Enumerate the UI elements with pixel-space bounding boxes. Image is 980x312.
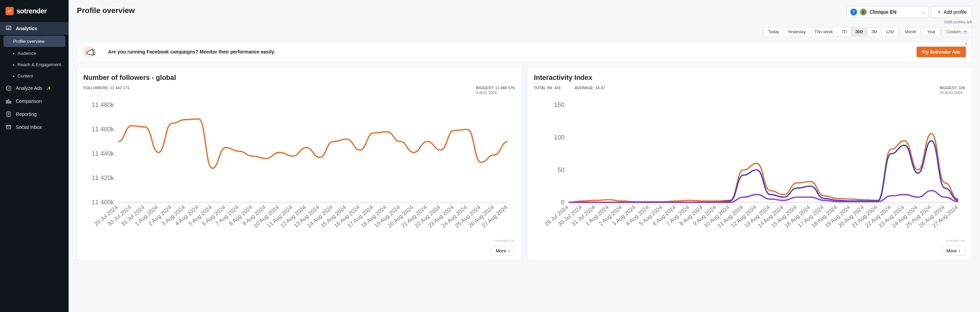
ini-total-stat: TOTAL INI: 431	[534, 86, 561, 95]
ini-biggest-stat: BIGGEST: 106 25 AUG 2024	[940, 86, 965, 95]
facebook-icon: f	[850, 9, 857, 16]
interactivity-card: Interactivity Index TOTAL INI: 431 AVERA…	[527, 67, 972, 260]
sidebar-label-social-inbox: Social Inbox	[16, 124, 42, 130]
svg-text:150: 150	[554, 101, 565, 108]
range-year[interactable]: Year	[923, 28, 940, 36]
sidebar-label-reporting: Reporting	[16, 111, 37, 117]
profile-select[interactable]: f || Clinique EN ⌄	[846, 6, 929, 18]
svg-rect-6	[964, 31, 967, 33]
sidebar-item-content[interactable]: ▸ Content	[0, 70, 68, 82]
range-today[interactable]: Today	[764, 28, 783, 36]
range-30d[interactable]: 30D	[851, 28, 867, 36]
range-custom[interactable]: Custom	[942, 28, 971, 36]
calendar-icon	[963, 30, 967, 34]
sidebar-label-profile-overview: Profile overview	[13, 39, 45, 44]
watermark: sotrender.com	[534, 239, 965, 242]
followers-card: Number of followers - global FOLLOWERS: …	[77, 67, 521, 260]
svg-text:11 440k: 11 440k	[92, 150, 114, 157]
sidebar-item-reporting[interactable]: Reporting	[0, 108, 68, 121]
add-profile-label: Add profile	[943, 9, 967, 15]
date-range-row: Today Yesterday This week 7D 30D 3M 12M …	[764, 27, 972, 36]
followers-biggest-stat: BIGGEST: 11 468 576 4 AUG 2024	[476, 86, 515, 95]
ini-total-label: TOTAL INI: 431	[534, 86, 561, 90]
caret-right-icon: ▸	[13, 63, 15, 67]
range-month[interactable]: Month	[901, 28, 920, 36]
sidebar-label-analytics: Analytics	[16, 26, 37, 31]
ini-biggest-date: 25 AUG 2024	[940, 90, 965, 95]
profiles-left: 5585 profiles left	[944, 20, 972, 24]
ini-avg-stat: AVERAGE: 14.37	[574, 86, 605, 95]
reporting-icon	[5, 111, 12, 117]
sidebar: sotrender Analytics Profile overview ▸ A…	[0, 0, 68, 312]
range-custom-label: Custom	[947, 30, 961, 34]
ini-avg-label: AVERAGE: 14.37	[574, 86, 605, 90]
followers-stats: FOLLOWERS: 11 442 171 BIGGEST: 11 468 57…	[83, 86, 515, 95]
sidebar-label-comparison: Comparison	[16, 98, 41, 104]
cards-row: Number of followers - global FOLLOWERS: …	[77, 67, 972, 260]
sidebar-label-content: Content	[18, 73, 33, 79]
svg-rect-3	[8, 100, 9, 103]
svg-text:11 400k: 11 400k	[92, 198, 114, 206]
comparison-icon	[5, 98, 12, 104]
svg-rect-4	[10, 101, 11, 103]
chevron-right-icon: ›	[508, 248, 509, 253]
svg-rect-2	[6, 101, 7, 103]
svg-rect-0	[6, 26, 11, 30]
sidebar-label-analyze-ads: Analyze Ads	[16, 86, 42, 91]
more-button[interactable]: More ›	[491, 246, 515, 256]
add-profile-button[interactable]: ＋ Add profile	[932, 6, 972, 18]
followers-chart: 11 400k11 420k11 440k11 460k11 480k29 Ju…	[83, 98, 515, 238]
logo-text: sotrender	[16, 7, 47, 15]
svg-text:11 460k: 11 460k	[92, 125, 114, 133]
analytics-icon	[5, 25, 12, 32]
page-title: Profile overview	[77, 6, 135, 15]
ini-biggest-label: BIGGEST: 106	[940, 86, 965, 90]
svg-text:50: 50	[558, 166, 565, 174]
svg-text:11 420k: 11 420k	[92, 174, 114, 181]
range-3m[interactable]: 3M	[867, 28, 882, 36]
followers-card-title: Number of followers - global	[83, 74, 515, 82]
brand-avatar-icon: ||	[860, 9, 867, 16]
range-yesterday[interactable]: Yesterday	[783, 28, 810, 36]
plus-icon: ＋	[937, 9, 942, 15]
sidebar-item-comparison[interactable]: Comparison	[0, 95, 68, 108]
more-button[interactable]: More ›	[941, 246, 965, 256]
sidebar-item-audience[interactable]: ▸ Audience	[0, 48, 68, 59]
inbox-icon	[5, 124, 12, 130]
banner-text: Are you running Facebook campaigns? Moni…	[108, 49, 275, 54]
sidebar-label-audience: Audience	[18, 51, 36, 56]
watermark: sotrender.com	[83, 239, 515, 242]
promo-banner: Are you running Facebook campaigns? Moni…	[77, 42, 972, 62]
followers-biggest-date: 4 AUG 2024	[476, 90, 515, 95]
top-controls: f || Clinique EN ⌄ ＋ Add profile 5585 pr…	[764, 6, 972, 36]
followers-biggest-label: BIGGEST: 11 468 576	[476, 86, 515, 90]
more-label: More	[496, 248, 506, 253]
interactivity-card-title: Interactivity Index	[534, 74, 965, 82]
sidebar-item-reach[interactable]: ▸ Reach & Engagement	[0, 59, 68, 70]
range-12m[interactable]: 12M	[881, 28, 898, 36]
followers-stat-label: FOLLOWERS: 11 442 171	[83, 86, 129, 90]
megaphone-icon	[83, 45, 100, 59]
interactivity-stats: TOTAL INI: 431 AVERAGE: 14.37 BIGGEST: 1…	[534, 86, 965, 95]
sidebar-item-analyze-ads[interactable]: Analyze Ads ✨	[0, 82, 68, 95]
chevron-down-icon: ⌄	[922, 10, 925, 14]
interactivity-chart: 05010015029 Jul 202430 Jul 202431 Jul 20…	[534, 98, 965, 238]
caret-right-icon: ▸	[13, 51, 15, 55]
range-thisweek[interactable]: This week	[810, 28, 837, 36]
sidebar-label-reach: Reach & Engagement	[18, 62, 61, 67]
svg-text:100: 100	[554, 134, 565, 141]
main: Profile overview f || Clinique EN ⌄ ＋ Ad…	[68, 0, 980, 312]
more-label: More	[947, 248, 957, 253]
try-sotrender-ads-button[interactable]: Try Sotrender Ads	[916, 47, 966, 57]
topbar: Profile overview f || Clinique EN ⌄ ＋ Ad…	[77, 6, 972, 36]
sidebar-item-social-inbox[interactable]: Social Inbox	[0, 121, 68, 134]
sidebar-item-profile-overview[interactable]: Profile overview	[3, 36, 65, 47]
logo[interactable]: sotrender	[0, 5, 68, 22]
range-7d[interactable]: 7D	[837, 28, 851, 36]
caret-right-icon: ▸	[13, 74, 15, 78]
svg-text:11 480k: 11 480k	[92, 101, 114, 108]
sidebar-item-analytics[interactable]: Analytics	[0, 22, 68, 35]
sparkle-icon: ✨	[46, 86, 51, 90]
close-icon[interactable]: ✕	[962, 40, 970, 49]
logo-mark-icon	[5, 7, 14, 15]
